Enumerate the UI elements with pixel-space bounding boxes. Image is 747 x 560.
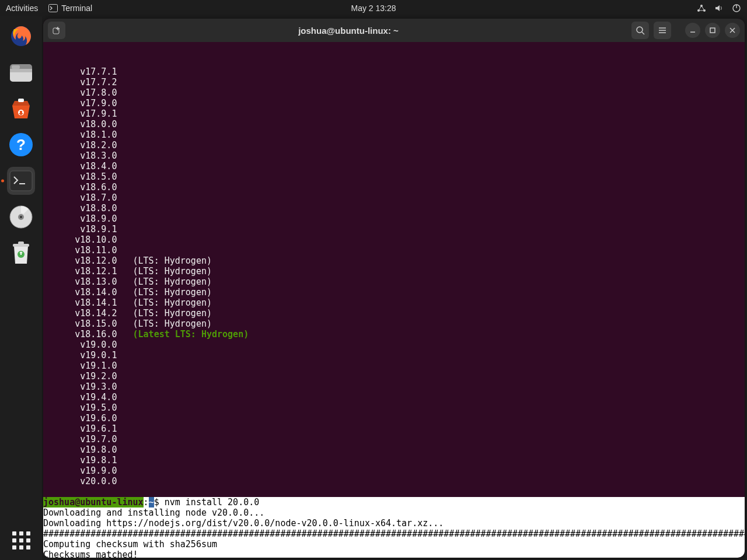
command-output: joshua@ubuntu-linux:~$ nvm install 20.0.…	[43, 497, 745, 558]
activities-button[interactable]: Activities	[6, 4, 38, 13]
dock-firefox[interactable]	[7, 22, 35, 50]
window-title: joshua@ubuntu-linux: ~	[70, 26, 627, 36]
svg-rect-16	[10, 171, 32, 191]
svg-line-29	[642, 32, 644, 34]
dock-terminal[interactable]	[7, 167, 35, 195]
version-row: v18.4.0	[43, 161, 740, 172]
version-row: v18.9.1	[43, 224, 740, 235]
version-row: v18.10.0	[43, 235, 740, 245]
version-row: v18.1.0	[43, 130, 740, 140]
hamburger-menu[interactable]	[654, 22, 671, 39]
svg-rect-9	[12, 65, 20, 69]
version-row: v17.7.2	[43, 77, 740, 88]
version-row: v19.0.1	[43, 350, 740, 360]
version-row: v19.5.0	[43, 402, 740, 413]
version-row: v18.9.0	[43, 214, 740, 224]
close-button[interactable]	[725, 23, 740, 38]
svg-text:?: ?	[16, 136, 26, 153]
terminal-window: joshua@ubuntu-linux: ~ v17.7.1 v17.7.2 v…	[43, 19, 745, 558]
dock-help[interactable]: ?	[7, 131, 35, 159]
version-row: v18.3.0	[43, 150, 740, 161]
version-row: v17.9.0	[43, 98, 740, 108]
version-row: v18.14.0 (LTS: Hydrogen)	[43, 287, 740, 298]
dock-disc[interactable]	[7, 203, 35, 231]
version-row: v19.9.0	[43, 466, 740, 476]
version-row: v18.0.0	[43, 119, 740, 130]
version-row: v18.7.0	[43, 192, 740, 203]
version-row: v18.13.0 (LTS: Hydrogen)	[43, 276, 740, 287]
version-row: v18.11.0	[43, 245, 740, 256]
minimize-button[interactable]	[685, 23, 700, 38]
dock-trash[interactable]	[7, 239, 35, 267]
version-row: v19.0.0	[43, 340, 740, 350]
version-row: v19.7.0	[43, 434, 740, 444]
topbar-clock[interactable]: May 2 13:28	[351, 4, 396, 13]
version-row: v20.0.0	[43, 476, 740, 487]
maximize-button[interactable]	[705, 23, 720, 38]
dock-software[interactable]	[7, 94, 35, 123]
dock-files[interactable]	[7, 58, 35, 86]
svg-point-22	[20, 216, 22, 218]
version-row: v17.7.1	[43, 66, 740, 77]
svg-rect-11	[18, 99, 24, 102]
version-row: v18.8.0	[43, 203, 740, 214]
svg-rect-24	[18, 242, 24, 244]
power-icon[interactable]	[732, 4, 741, 13]
version-row: v19.2.0	[43, 371, 740, 382]
ubuntu-dock: ?	[0, 16, 42, 560]
terminal-icon	[48, 4, 58, 12]
version-row: v19.8.1	[43, 455, 740, 466]
version-row: v18.14.1 (LTS: Hydrogen)	[43, 298, 740, 308]
version-row: v17.8.0	[43, 88, 740, 98]
terminal-content[interactable]: v17.7.1 v17.7.2 v17.8.0 v17.9.0 v17.9.1 …	[43, 42, 745, 558]
version-row: v18.14.2 (LTS: Hydrogen)	[43, 308, 740, 318]
version-row: v17.9.1	[43, 108, 740, 119]
volume-icon[interactable]	[714, 4, 724, 12]
dock-show-apps[interactable]	[0, 531, 42, 550]
version-row: v18.12.0 (LTS: Hydrogen)	[43, 256, 740, 266]
network-icon[interactable]	[697, 4, 706, 12]
svg-rect-34	[710, 28, 715, 33]
version-row: v19.8.0	[43, 444, 740, 455]
version-row: v19.6.1	[43, 424, 740, 434]
topbar-app-label: Terminal	[61, 4, 92, 13]
gnome-topbar: Activities Terminal May 2 13:28	[0, 0, 747, 16]
version-row: v19.1.0	[43, 360, 740, 371]
version-row: v18.6.0	[43, 182, 740, 192]
topbar-app[interactable]: Terminal	[48, 4, 92, 13]
version-row: v18.12.1 (LTS: Hydrogen)	[43, 266, 740, 276]
svg-point-28	[637, 27, 643, 33]
version-row: v19.6.0	[43, 413, 740, 424]
svg-rect-10	[10, 69, 32, 72]
version-row: v18.15.0 (LTS: Hydrogen)	[43, 318, 740, 329]
version-row: v19.3.0	[43, 382, 740, 392]
search-button[interactable]	[631, 22, 649, 39]
version-row: v18.2.0	[43, 140, 740, 150]
terminal-titlebar: joshua@ubuntu-linux: ~	[43, 19, 745, 42]
version-row: v19.4.0	[43, 392, 740, 402]
new-tab-button[interactable]	[48, 22, 65, 39]
version-row: v18.16.0 (Latest LTS: Hydrogen)	[43, 329, 740, 340]
version-row: v18.5.0	[43, 172, 740, 182]
svg-rect-0	[49, 5, 58, 12]
